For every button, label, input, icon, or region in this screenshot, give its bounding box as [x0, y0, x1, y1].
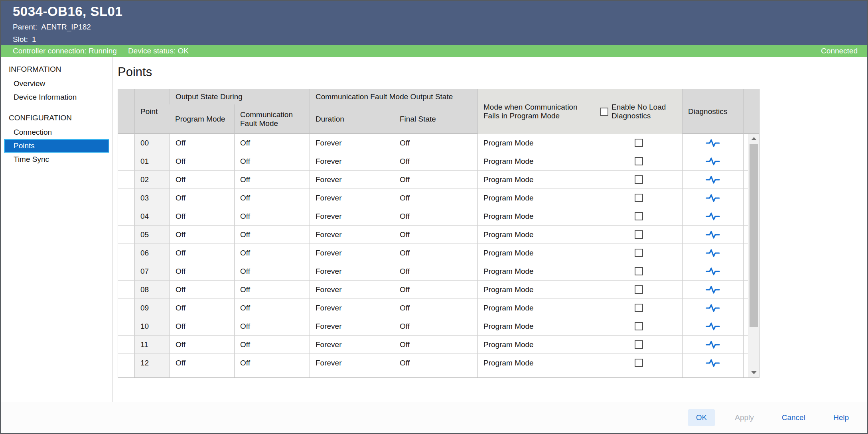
- program-mode-cell[interactable]: Off: [170, 317, 234, 335]
- final-state-cell[interactable]: Off: [394, 354, 477, 372]
- diagnostics-pulse-icon[interactable]: [706, 285, 720, 295]
- row-selector-cell[interactable]: [118, 354, 134, 372]
- duration-cell[interactable]: Forever: [310, 189, 394, 207]
- duration-cell[interactable]: Forever: [310, 134, 394, 152]
- final-state-cell[interactable]: Off: [394, 281, 477, 298]
- duration-cell[interactable]: Forever: [310, 354, 394, 372]
- mode-when-comm-fails-cell[interactable]: Program Mode: [477, 262, 595, 280]
- no-load-checkbox[interactable]: [635, 267, 643, 275]
- mode-when-comm-fails-cell[interactable]: Program Mode: [477, 189, 595, 207]
- scroll-up-button[interactable]: [748, 134, 759, 143]
- no-load-checkbox[interactable]: [635, 249, 643, 257]
- no-load-checkbox[interactable]: [635, 359, 643, 367]
- row-selector-cell[interactable]: [118, 336, 134, 353]
- diagnostics-pulse-icon[interactable]: [706, 248, 720, 258]
- no-load-checkbox[interactable]: [635, 194, 643, 202]
- help-button[interactable]: Help: [825, 409, 857, 426]
- program-mode-cell[interactable]: Off: [170, 226, 234, 244]
- duration-cell[interactable]: Forever: [310, 336, 394, 353]
- diagnostics-pulse-icon[interactable]: [706, 138, 720, 148]
- sidebar-item-device-information[interactable]: Device Information: [1, 90, 112, 104]
- sidebar-item-time-sync[interactable]: Time Sync: [1, 153, 112, 166]
- no-load-checkbox[interactable]: [635, 212, 643, 220]
- row-selector-cell[interactable]: [118, 299, 134, 317]
- mode-when-comm-fails-cell[interactable]: Program Mode: [477, 336, 595, 353]
- row-selector-cell[interactable]: [118, 134, 134, 152]
- no-load-checkbox[interactable]: [635, 304, 643, 312]
- communication-fault-mode-cell[interactable]: Off: [234, 171, 310, 189]
- duration-cell[interactable]: Forever: [310, 317, 394, 335]
- communication-fault-mode-cell[interactable]: [234, 372, 310, 378]
- no-load-checkbox[interactable]: [635, 322, 643, 330]
- no-load-checkbox[interactable]: [635, 285, 643, 294]
- scroll-down-button[interactable]: [748, 368, 759, 377]
- row-selector-cell[interactable]: [118, 244, 134, 262]
- communication-fault-mode-cell[interactable]: Off: [234, 354, 310, 372]
- diagnostics-pulse-icon[interactable]: [706, 340, 720, 350]
- row-selector-cell[interactable]: [118, 262, 134, 280]
- no-load-checkbox[interactable]: [635, 175, 643, 184]
- duration-cell[interactable]: Forever: [310, 207, 394, 225]
- program-mode-cell[interactable]: Off: [170, 299, 234, 317]
- final-state-cell[interactable]: Off: [394, 244, 477, 262]
- program-mode-cell[interactable]: Off: [170, 336, 234, 353]
- no-load-checkbox[interactable]: [635, 230, 643, 239]
- duration-cell[interactable]: Forever: [310, 244, 394, 262]
- row-selector-cell[interactable]: [118, 372, 134, 378]
- mode-when-comm-fails-cell[interactable]: Program Mode: [477, 207, 595, 225]
- program-mode-cell[interactable]: Off: [170, 244, 234, 262]
- mode-when-comm-fails-cell[interactable]: [477, 372, 595, 378]
- final-state-cell[interactable]: Off: [394, 171, 477, 189]
- mode-when-comm-fails-cell[interactable]: Program Mode: [477, 244, 595, 262]
- communication-fault-mode-cell[interactable]: Off: [234, 207, 310, 225]
- final-state-cell[interactable]: Off: [394, 152, 477, 170]
- final-state-cell[interactable]: Off: [394, 226, 477, 244]
- mode-when-comm-fails-cell[interactable]: Program Mode: [477, 134, 595, 152]
- final-state-cell[interactable]: Off: [394, 317, 477, 335]
- diagnostics-pulse-icon[interactable]: [706, 321, 720, 332]
- communication-fault-mode-cell[interactable]: Off: [234, 336, 310, 353]
- mode-when-comm-fails-cell[interactable]: Program Mode: [477, 226, 595, 244]
- final-state-cell[interactable]: Off: [394, 299, 477, 317]
- no-load-checkbox[interactable]: [635, 139, 643, 147]
- final-state-cell[interactable]: [394, 372, 477, 378]
- row-selector-cell[interactable]: [118, 226, 134, 244]
- duration-cell[interactable]: Forever: [310, 262, 394, 280]
- row-selector-cell[interactable]: [118, 152, 134, 170]
- table-vertical-scrollbar[interactable]: [748, 134, 759, 377]
- duration-cell[interactable]: Forever: [310, 281, 394, 298]
- diagnostics-pulse-icon[interactable]: [706, 193, 720, 203]
- no-load-checkbox[interactable]: [635, 157, 643, 165]
- row-selector-cell[interactable]: [118, 317, 134, 335]
- diagnostics-pulse-icon[interactable]: [706, 211, 720, 222]
- communication-fault-mode-cell[interactable]: Off: [234, 262, 310, 280]
- diagnostics-pulse-icon[interactable]: [706, 266, 720, 277]
- final-state-cell[interactable]: Off: [394, 336, 477, 353]
- row-selector-cell[interactable]: [118, 189, 134, 207]
- program-mode-cell[interactable]: Off: [170, 134, 234, 152]
- duration-cell[interactable]: Forever: [310, 171, 394, 189]
- diagnostics-pulse-icon[interactable]: [706, 303, 720, 313]
- communication-fault-mode-cell[interactable]: Off: [234, 189, 310, 207]
- sidebar-item-points[interactable]: Points: [4, 139, 109, 153]
- program-mode-cell[interactable]: Off: [170, 189, 234, 207]
- program-mode-cell[interactable]: Off: [170, 171, 234, 189]
- sidebar-item-overview[interactable]: Overview: [1, 77, 112, 90]
- diagnostics-pulse-icon[interactable]: [706, 358, 720, 368]
- final-state-cell[interactable]: Off: [394, 189, 477, 207]
- communication-fault-mode-cell[interactable]: Off: [234, 152, 310, 170]
- enable-all-no-load-checkbox[interactable]: [600, 108, 608, 116]
- final-state-cell[interactable]: Off: [394, 262, 477, 280]
- row-selector-cell[interactable]: [118, 281, 134, 298]
- program-mode-cell[interactable]: Off: [170, 354, 234, 372]
- sidebar-item-connection[interactable]: Connection: [1, 126, 112, 139]
- program-mode-cell[interactable]: [170, 372, 234, 378]
- program-mode-cell[interactable]: Off: [170, 207, 234, 225]
- ok-button[interactable]: OK: [688, 409, 715, 426]
- mode-when-comm-fails-cell[interactable]: Program Mode: [477, 317, 595, 335]
- row-selector-cell[interactable]: [118, 207, 134, 225]
- program-mode-cell[interactable]: Off: [170, 262, 234, 280]
- duration-cell[interactable]: Forever: [310, 152, 394, 170]
- communication-fault-mode-cell[interactable]: Off: [234, 244, 310, 262]
- duration-cell[interactable]: [310, 372, 394, 378]
